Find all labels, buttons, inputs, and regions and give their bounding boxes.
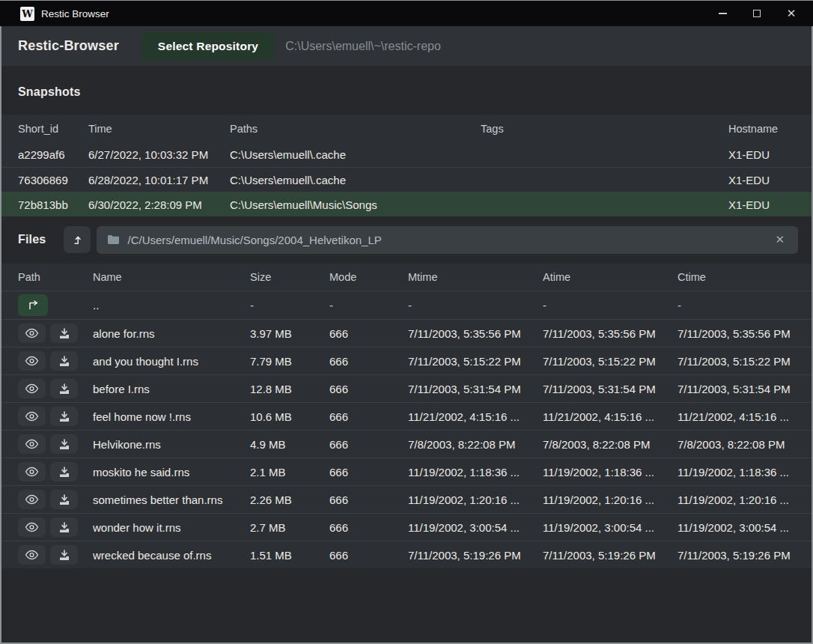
preview-file-button[interactable] bbox=[18, 545, 46, 565]
file-row[interactable]: sometimes better than.rns 2.26 MB 666 11… bbox=[1, 485, 812, 513]
snapshot-hostname: X1-EDU bbox=[728, 198, 812, 211]
file-ctime: 7/11/2003, 5:19:26 PM bbox=[678, 549, 812, 562]
current-path-input[interactable]: /C/Users/emuell/Music/Songs/2004_Helveti… bbox=[97, 226, 798, 254]
enter-parent-directory-button[interactable] bbox=[18, 294, 48, 316]
titlebar-left: W Restic Browser bbox=[0, 7, 109, 21]
window-controls: ✕ bbox=[705, 1, 813, 26]
file-name: wonder how it.rns bbox=[93, 521, 250, 534]
column-header-mode: Mode bbox=[329, 271, 408, 283]
column-header-path: Path bbox=[18, 271, 93, 283]
file-name: feel home now !.rns bbox=[93, 410, 250, 423]
snapshot-row-selected[interactable]: 72b813bb 6/30/2022, 2:28:09 PM C:\Users\… bbox=[1, 192, 812, 216]
column-header-short-id: Short_id bbox=[18, 123, 88, 135]
parent-directory-row[interactable]: .. - - - - - bbox=[1, 291, 812, 319]
file-mtime: 7/11/2003, 5:31:54 PM bbox=[408, 383, 543, 395]
empty-area bbox=[1, 568, 812, 643]
snapshots-table-header: Short_id Time Paths Tags Hostname bbox=[1, 115, 812, 142]
download-icon bbox=[58, 356, 70, 367]
file-ctime: - bbox=[678, 299, 812, 312]
file-size: 1.51 MB bbox=[250, 549, 329, 562]
files-table-header: Path Name Size Mode Mtime Atime Ctime bbox=[1, 264, 812, 291]
maximize-icon bbox=[753, 10, 761, 17]
download-file-button[interactable] bbox=[50, 407, 78, 426]
file-row[interactable]: Helvikone.rns 4.9 MB 666 7/8/2003, 8:22:… bbox=[1, 430, 812, 458]
file-mode: - bbox=[329, 299, 408, 312]
download-file-button[interactable] bbox=[50, 517, 78, 537]
snapshot-time: 6/28/2022, 10:01:17 PM bbox=[88, 174, 230, 186]
download-icon bbox=[58, 522, 70, 533]
file-row[interactable]: and you thought I.rns 7.79 MB 666 7/11/2… bbox=[1, 347, 812, 374]
file-row[interactable]: moskito he said.rns 2.1 MB 666 11/19/200… bbox=[1, 458, 812, 485]
column-header-size: Size bbox=[250, 271, 329, 283]
clear-path-button[interactable]: ✕ bbox=[772, 231, 788, 248]
eye-icon bbox=[25, 383, 39, 394]
snapshot-paths: C:\Users\emuell\.cache bbox=[230, 174, 481, 186]
preview-file-button[interactable] bbox=[18, 323, 46, 343]
go-parent-directory-button[interactable] bbox=[64, 226, 91, 253]
files-section-title: Files bbox=[18, 233, 46, 246]
file-ctime: 7/8/2003, 8:22:08 PM bbox=[678, 438, 812, 451]
file-mtime: 7/11/2003, 5:19:26 PM bbox=[408, 549, 543, 562]
file-atime: 11/19/2002, 1:18:36 ... bbox=[543, 466, 678, 479]
file-row[interactable]: feel home now !.rns 10.6 MB 666 11/21/20… bbox=[1, 402, 812, 430]
file-atime: 11/19/2002, 3:00:54 ... bbox=[543, 521, 678, 534]
repository-path: C:\Users\emuell\~\restic-repo bbox=[285, 40, 441, 53]
snapshot-row[interactable]: a2299af6 6/27/2022, 10:03:32 PM C:\Users… bbox=[1, 142, 812, 167]
preview-file-button[interactable] bbox=[18, 351, 46, 371]
preview-file-button[interactable] bbox=[18, 490, 46, 509]
snapshots-section-title: Snapshots bbox=[18, 85, 812, 99]
preview-file-button[interactable] bbox=[18, 379, 46, 398]
file-size: 12.8 MB bbox=[250, 383, 329, 395]
maximize-button[interactable] bbox=[740, 1, 774, 26]
preview-file-button[interactable] bbox=[18, 407, 46, 426]
preview-file-button[interactable] bbox=[18, 434, 46, 454]
close-button[interactable]: ✕ bbox=[774, 1, 809, 26]
minimize-button[interactable] bbox=[705, 1, 740, 26]
file-mtime: 11/19/2002, 1:18:36 ... bbox=[408, 466, 543, 479]
snapshot-short-id: a2299af6 bbox=[18, 148, 88, 161]
file-mtime: 11/21/2002, 4:15:16 ... bbox=[408, 410, 543, 423]
folder-icon bbox=[107, 234, 120, 245]
file-mode: 666 bbox=[329, 493, 408, 506]
download-file-button[interactable] bbox=[50, 545, 78, 565]
download-icon bbox=[58, 328, 70, 339]
eye-icon bbox=[25, 328, 39, 338]
preview-file-button[interactable] bbox=[18, 462, 46, 482]
download-file-button[interactable] bbox=[50, 351, 78, 371]
preview-file-button[interactable] bbox=[18, 517, 46, 537]
select-repository-button[interactable]: Select Repository bbox=[141, 32, 275, 61]
arrow-up-from-bar-icon bbox=[71, 234, 83, 246]
download-file-button[interactable] bbox=[50, 462, 78, 482]
eye-icon bbox=[25, 522, 39, 532]
download-file-button[interactable] bbox=[50, 379, 78, 398]
file-row[interactable]: wrecked because of.rns 1.51 MB 666 7/11/… bbox=[1, 541, 812, 568]
snapshot-hostname: X1-EDU bbox=[728, 148, 812, 161]
close-icon: ✕ bbox=[787, 7, 797, 20]
snapshot-row[interactable]: 76306869 6/28/2022, 10:01:17 PM C:\Users… bbox=[1, 167, 812, 192]
file-mtime: 7/8/2003, 8:22:08 PM bbox=[408, 438, 543, 451]
column-header-time: Time bbox=[88, 123, 230, 135]
file-size: 3.97 MB bbox=[250, 327, 329, 340]
snapshot-paths: C:\Users\emuell\.cache bbox=[230, 148, 481, 161]
eye-icon bbox=[25, 467, 39, 477]
file-mtime: 11/19/2002, 1:20:16 ... bbox=[408, 493, 543, 506]
column-header-hostname: Hostname bbox=[728, 123, 812, 135]
file-mtime: 11/19/2002, 3:00:54 ... bbox=[408, 521, 543, 534]
download-file-button[interactable] bbox=[50, 434, 78, 454]
window-body: Restic-Browser Select Repository C:\User… bbox=[0, 26, 813, 644]
file-name: .. bbox=[93, 299, 250, 312]
wails-logo-icon: W bbox=[20, 7, 34, 21]
download-file-button[interactable] bbox=[50, 323, 78, 343]
file-row[interactable]: before I.rns 12.8 MB 666 7/11/2003, 5:31… bbox=[1, 374, 812, 402]
file-name: alone for.rns bbox=[93, 327, 250, 340]
download-file-button[interactable] bbox=[50, 490, 78, 509]
file-mode: 666 bbox=[329, 327, 408, 340]
file-mode: 666 bbox=[329, 383, 408, 395]
file-ctime: 11/19/2002, 1:18:36 ... bbox=[678, 466, 812, 479]
file-ctime: 7/11/2003, 5:15:22 PM bbox=[678, 355, 812, 368]
file-row[interactable]: alone for.rns 3.97 MB 666 7/11/2003, 5:3… bbox=[1, 319, 812, 347]
app-window: W Restic Browser ✕ Restic-Browser Select… bbox=[0, 0, 813, 644]
window-titlebar: W Restic Browser ✕ bbox=[0, 1, 813, 26]
file-row[interactable]: wonder how it.rns 2.7 MB 666 11/19/2002,… bbox=[1, 513, 812, 541]
column-header-name: Name bbox=[93, 271, 250, 283]
